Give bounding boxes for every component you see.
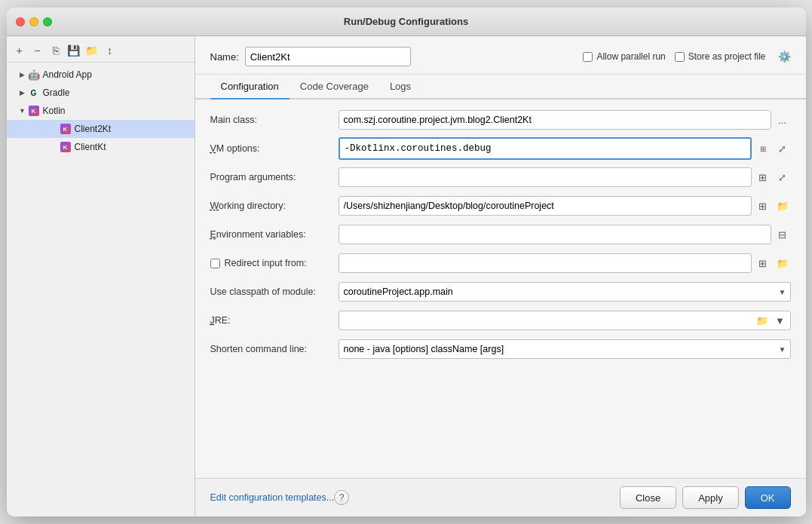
tab-logs[interactable]: Logs [379,75,421,100]
working-dir-expand-button[interactable]: ⊞ [755,198,771,214]
jre-dropdown-button[interactable]: ▼ [772,312,789,329]
program-args-expand-button[interactable]: ⊞ [755,169,771,185]
maximize-button[interactable] [43,17,52,26]
folder-config-button[interactable]: 📁 [84,42,100,59]
main-class-label: Main class: [210,115,339,125]
program-args-fullscreen-button[interactable]: ⤢ [774,169,791,185]
vm-options-expand-button[interactable]: ⊞ [755,140,771,157]
footer-left: Edit configuration templates... [210,492,335,503]
expand-arrow-kotlin: ▼ [17,107,28,115]
minimize-button[interactable] [29,17,38,26]
tab-code-coverage[interactable]: Code Coverage [290,75,379,100]
folder-icon: 📁 [777,258,789,269]
save-config-button[interactable]: 💾 [66,42,82,59]
expand-arrow-gradle: ▶ [17,89,28,97]
working-dir-input[interactable] [339,196,752,216]
vm-options-field: ⊞ ⤢ [339,137,791,160]
store-project-checkbox-row[interactable]: Store as project file [675,51,766,62]
store-project-checkbox[interactable] [675,52,685,62]
sort-config-button[interactable]: ↕ [102,42,118,59]
vm-options-input[interactable] [340,139,750,158]
client2kt-icon: K [60,123,72,135]
tabs-bar: Configuration Code Coverage Logs [195,75,806,100]
redirect-label: Redirect input from: [225,258,307,268]
close-button[interactable] [16,17,25,26]
close-button[interactable]: Close [620,486,676,509]
main-class-browse-button[interactable]: ... [774,112,791,128]
sidebar-item-clientkt[interactable]: K ClientKt [7,138,195,156]
help-button[interactable]: ? [334,490,349,505]
title-bar: Run/Debug Configurations [7,8,806,36]
shorten-row: Shorten command line: none - java [optio… [210,338,791,360]
allow-parallel-checkbox[interactable] [583,52,593,62]
sidebar-item-label-gradle: Gradle [43,87,70,98]
allow-parallel-label: Allow parallel run [596,51,665,62]
working-dir-browse-button[interactable]: 📁 [774,198,791,214]
tab-configuration[interactable]: Configuration [210,75,290,100]
add-config-button[interactable]: + [11,42,28,59]
footer: Edit configuration templates... ? Close … [195,478,806,516]
classpath-row: Use classpath of module: coroutineProjec… [210,280,791,303]
traffic-lights [16,17,52,26]
redirect-expand-button[interactable]: ⊞ [755,255,771,271]
sidebar-item-label-client2kt: Client2Kt [75,124,112,134]
expand-icon: ⊞ [758,172,767,183]
program-args-row: Program arguments: ⊞ ⤢ [210,166,791,188]
main-window: Run/Debug Configurations + − ⎘ 💾 📁 [7,8,806,516]
redirect-label-area: Redirect input from: [210,258,339,268]
redirect-field: ⊞ 📁 [339,253,791,273]
env-vars-field: ⊟ [339,225,791,244]
vm-options-label: VM options: [210,143,339,154]
jre-label: JRE: [210,315,339,326]
redirect-checkbox[interactable] [210,259,220,268]
allow-parallel-checkbox-row[interactable]: Allow parallel run [583,51,665,62]
program-args-field: ⊞ ⤢ [339,167,791,187]
jre-input[interactable] [339,311,752,329]
form-area: Main class: ... VM options: [195,100,806,478]
gear-icon[interactable]: ⚙️ [778,51,791,63]
shorten-label: Shorten command line: [210,344,339,354]
sidebar-item-gradle[interactable]: ▶ G Gradle [7,84,195,102]
gradle-icon: G [28,87,40,99]
shorten-select[interactable]: none - java [options] className [args] [339,339,791,359]
sidebar-item-label: Android App [43,69,92,80]
main-content: + − ⎘ 💾 📁 ↕ [7,36,806,516]
expand-arrow-android: ▶ [17,71,28,78]
classpath-select[interactable]: coroutineProject.app.main [339,282,791,302]
kotlin-icon: K [28,105,40,117]
sidebar-item-client2kt[interactable]: K Client2Kt [7,120,195,138]
expand-icon: ⊞ [760,145,766,153]
config-header: Name: Allow parallel run Store as projec… [195,36,806,75]
shorten-field: none - java [options] className [args] ▼ [339,339,791,359]
redirect-input[interactable] [339,253,752,273]
edit-templates-link[interactable]: Edit configuration templates... [210,492,335,503]
apply-button[interactable]: Apply [682,486,739,509]
name-input[interactable] [245,47,411,66]
sidebar: + − ⎘ 💾 📁 ↕ [7,36,195,516]
android-icon: 🤖 [28,69,40,81]
sidebar-item-android-app[interactable]: ▶ 🤖 Android App [7,66,195,84]
right-panel: Name: Allow parallel run Store as projec… [195,36,806,516]
env-vars-input[interactable] [339,225,771,244]
classpath-field: coroutineProject.app.main ▼ [339,282,791,302]
ok-button[interactable]: OK [745,486,791,509]
shorten-dropdown-wrapper: none - java [options] className [args] ▼ [339,339,791,359]
classpath-label: Use classpath of module: [210,287,339,297]
sidebar-toolbar: + − ⎘ 💾 📁 ↕ [7,39,195,63]
env-vars-row: Environment variables: ⊟ [210,223,791,246]
folder-icon: 📁 [756,315,768,326]
copy-config-button[interactable]: ⎘ [47,42,64,59]
classpath-dropdown-wrapper: coroutineProject.app.main ▼ [339,282,791,302]
program-args-input[interactable] [339,167,752,187]
name-row: Name: [210,47,571,66]
jre-field: 📁 ▼ [339,311,791,330]
jre-browse-button[interactable]: 📁 [754,312,771,329]
remove-config-button[interactable]: − [29,42,46,59]
table-icon: ⊟ [778,229,786,241]
redirect-row: Redirect input from: ⊞ 📁 [210,252,791,274]
vm-options-fullscreen-button[interactable]: ⤢ [774,140,791,157]
redirect-browse-button[interactable]: 📁 [774,255,791,271]
sidebar-item-kotlin[interactable]: ▼ K Kotlin [7,102,195,120]
env-vars-browse-button[interactable]: ⊟ [774,226,791,243]
main-class-input[interactable] [339,110,771,130]
